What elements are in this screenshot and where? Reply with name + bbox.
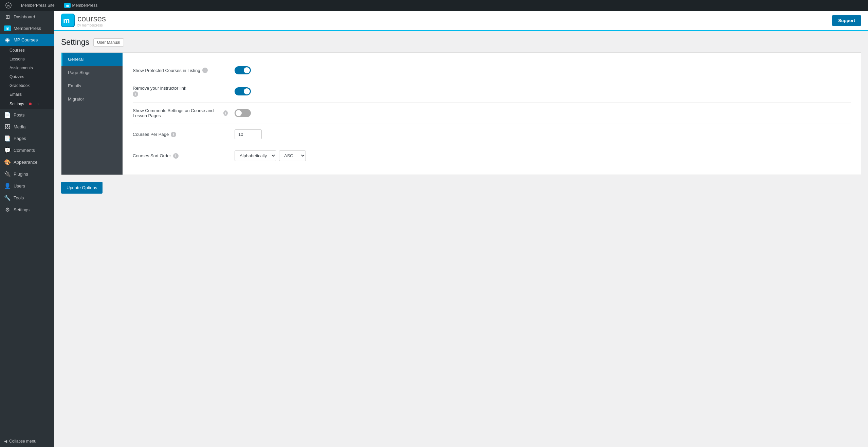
plugin-logo: m courses by memberpress: [61, 14, 106, 27]
subnav-item-general[interactable]: General: [61, 53, 123, 66]
collapse-icon: ◀: [4, 439, 7, 444]
settings-row-sort-order: Courses Sort Order i Alphabetically Date…: [133, 145, 851, 166]
logo-main-text: courses: [77, 14, 106, 23]
subnav-item-emails[interactable]: Emails: [61, 79, 123, 92]
sidebar-item-tools[interactable]: 🔧 Tools: [0, 192, 54, 204]
appearance-icon: 🎨: [4, 159, 11, 165]
courses-per-page-text: Courses Per Page: [133, 132, 169, 137]
dashboard-icon: ⊞: [4, 14, 11, 20]
sidebar-item-appearance[interactable]: 🎨 Appearance: [0, 156, 54, 168]
sidebar-item-settings[interactable]: Settings ←: [0, 99, 54, 109]
sidebar-item-comments[interactable]: 💬 Comments: [0, 144, 54, 156]
user-manual-button[interactable]: User Manual: [93, 38, 124, 47]
plugins-icon: 🔌: [4, 171, 11, 177]
courses-per-page-label: Courses Per Page i: [133, 132, 228, 137]
admin-bar: W MemberPress Site m MemberPress: [0, 0, 868, 11]
comments-icon: 💬: [4, 147, 11, 154]
remove-instructor-label: Remove your instructor link i: [133, 86, 228, 97]
show-protected-toggle[interactable]: [235, 66, 251, 74]
sidebar-label-appearance: Appearance: [14, 160, 37, 165]
memberpress-icon: m: [4, 25, 11, 31]
update-options-button[interactable]: Update Options: [61, 182, 103, 194]
sidebar-label-media: Media: [14, 124, 25, 129]
plugin-header: m courses by memberpress Support: [54, 11, 868, 31]
show-protected-info-icon[interactable]: i: [202, 68, 208, 73]
media-icon: 🖼: [4, 124, 11, 130]
sort-direction-select[interactable]: ASC DESC: [279, 150, 306, 161]
sidebar-label-mp-courses: MP Courses: [14, 37, 38, 42]
sidebar-item-mp-courses[interactable]: ◉ MP Courses: [0, 34, 54, 46]
sidebar-label-dashboard: Dashboard: [14, 14, 35, 19]
sidebar-label-comments: Comments: [14, 148, 35, 153]
sidebar-item-quizzes[interactable]: Quizzes: [0, 72, 54, 81]
show-protected-slider: [235, 66, 251, 74]
admin-bar-site[interactable]: MemberPress Site: [18, 0, 57, 11]
collapse-menu[interactable]: ◀ Collapse menu: [0, 435, 54, 447]
sidebar-label-tools: Tools: [14, 195, 24, 200]
page-title: Settings: [61, 38, 89, 47]
logo-text-group: courses by memberpress: [77, 14, 106, 27]
sort-order-label: Courses Sort Order i: [133, 153, 228, 159]
courses-label: Courses: [10, 48, 25, 53]
remove-instructor-toggle[interactable]: [235, 87, 251, 95]
admin-bar-memberpress[interactable]: m MemberPress: [61, 0, 100, 11]
gradebook-label: Gradebook: [10, 83, 30, 88]
show-protected-text: Show Protected Courses in Listing: [133, 68, 200, 73]
sidebar-item-assignments[interactable]: Assignments: [0, 64, 54, 72]
sort-order-select[interactable]: Alphabetically Date Menu Order: [235, 150, 276, 161]
pages-icon: 📑: [4, 135, 11, 142]
subnav-page-slugs-label: Page Slugs: [68, 70, 91, 75]
sidebar-item-plugins[interactable]: 🔌 Plugins: [0, 168, 54, 180]
assignments-label: Assignments: [10, 66, 33, 70]
remove-instructor-text-group: Remove your instructor link i: [133, 86, 186, 97]
courses-per-page-info-icon[interactable]: i: [171, 132, 176, 137]
sort-order-selects: Alphabetically Date Menu Order ASC DESC: [235, 150, 306, 161]
sidebar-item-dashboard[interactable]: ⊞ Dashboard: [0, 11, 54, 23]
sidebar-label-plugins: Plugins: [14, 172, 28, 177]
sidebar-label-pages: Pages: [14, 136, 26, 141]
wp-logo-icon: W: [5, 2, 12, 8]
sidebar-label-posts: Posts: [14, 112, 25, 118]
remove-instructor-slider: [235, 87, 251, 95]
sort-order-info-icon[interactable]: i: [173, 153, 179, 159]
settings-layout: General Page Slugs Emails Migrator: [61, 52, 861, 175]
sidebar-item-lessons[interactable]: Lessons: [0, 55, 54, 64]
settings-arrow-icon: ←: [36, 101, 42, 107]
emails-label: Emails: [10, 92, 22, 97]
collapse-label: Collapse menu: [9, 439, 36, 444]
support-button[interactable]: Support: [832, 15, 861, 26]
courses-per-page-input[interactable]: [235, 129, 262, 139]
quizzes-label: Quizzes: [10, 74, 24, 79]
mp-courses-icon: ◉: [4, 37, 11, 43]
users-icon: 👤: [4, 183, 11, 189]
sidebar: ⊞ Dashboard m MemberPress ◉ MP Courses C…: [0, 11, 54, 447]
content-area: m courses by memberpress Support Setting…: [54, 11, 868, 447]
page-title-row: Settings User Manual: [61, 38, 861, 47]
remove-instructor-info-icon[interactable]: i: [133, 91, 138, 97]
subnav-item-page-slugs[interactable]: Page Slugs: [61, 66, 123, 79]
mp-logo-badge: m: [64, 3, 71, 8]
sidebar-item-media[interactable]: 🖼 Media: [0, 121, 54, 132]
subnav-item-migrator[interactable]: Migrator: [61, 92, 123, 106]
sidebar-item-pages[interactable]: 📑 Pages: [0, 132, 54, 144]
sidebar-item-posts[interactable]: 📄 Posts: [0, 109, 54, 121]
subnav-general-label: General: [68, 57, 84, 62]
sidebar-submenu-mp-courses: Courses Lessons Assignments Quizzes Grad…: [0, 46, 54, 109]
settings-label: Settings: [10, 102, 24, 106]
sidebar-item-gradebook[interactable]: Gradebook: [0, 81, 54, 90]
sidebar-item-users[interactable]: 👤 Users: [0, 180, 54, 192]
page-content: Settings User Manual General Page Slugs …: [54, 31, 868, 447]
posts-icon: 📄: [4, 112, 11, 118]
show-comments-toggle[interactable]: [235, 109, 251, 117]
admin-bar-wp[interactable]: W: [3, 0, 14, 11]
sidebar-item-courses[interactable]: Courses: [0, 46, 54, 55]
settings-form: Show Protected Courses in Listing i Rem: [123, 53, 861, 175]
sidebar-item-settings-wp[interactable]: ⚙ Settings: [0, 204, 54, 216]
settings-indicator: [29, 103, 32, 105]
sidebar-item-emails[interactable]: Emails: [0, 90, 54, 99]
sidebar-label-users: Users: [14, 183, 25, 189]
settings-wp-icon: ⚙: [4, 207, 11, 213]
show-comments-info-icon[interactable]: i: [223, 110, 228, 116]
svg-text:W: W: [7, 4, 11, 8]
sidebar-item-memberpress[interactable]: m MemberPress: [0, 23, 54, 34]
